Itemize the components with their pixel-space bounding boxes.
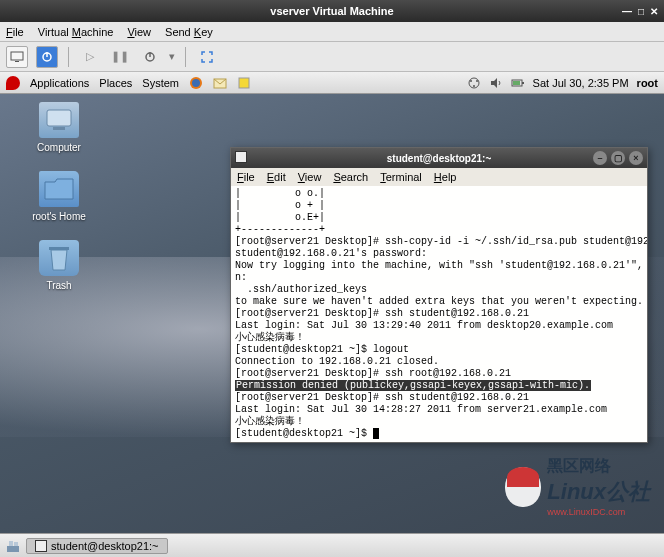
svg-rect-1 [15,61,19,62]
fullscreen-button[interactable] [196,46,218,68]
console-button[interactable] [6,46,28,68]
firefox-icon[interactable] [189,76,203,90]
close-icon[interactable]: ✕ [650,6,658,17]
expand-icon [200,50,214,64]
svg-rect-16 [513,81,520,85]
network-icon[interactable] [467,76,481,90]
term-menu-file[interactable]: File [237,171,255,183]
shutdown-button[interactable] [139,46,161,68]
minimize-icon[interactable]: – [593,151,607,165]
monitor-icon [10,51,24,63]
svg-rect-26 [36,541,46,551]
terminal-icon [35,540,47,552]
power-icon [41,51,53,63]
play-button[interactable]: ▷ [79,46,101,68]
icon-label: root's Home [32,211,86,222]
svg-point-7 [192,79,200,87]
watermark: 黑区网络 Linux公社 www.LinuxIDC.com [505,456,650,517]
vm-titlebar: vserver Virtual Machine — □ ✕ [0,0,664,22]
menu-send-key[interactable]: Send Key [165,26,213,38]
svg-rect-15 [522,82,524,84]
volume-icon[interactable] [489,76,503,90]
svg-rect-18 [53,127,65,130]
folder-glyph-icon [39,171,79,207]
power-button[interactable] [36,46,58,68]
minimize-icon[interactable]: — [622,6,632,17]
battery-icon[interactable] [511,76,525,90]
redhat-icon[interactable] [6,76,20,90]
taskbar-terminal[interactable]: student@desktop21:~ [26,538,168,554]
terminal-window[interactable]: student@desktop21:~ – ▢ × File Edit View… [230,147,648,443]
svg-point-12 [476,80,478,82]
vm-title: vserver Virtual Machine [270,5,393,17]
trash-glyph-icon [39,240,79,276]
icon-label: Computer [37,142,81,153]
svg-rect-0 [11,52,23,60]
term-menu-edit[interactable]: Edit [267,171,286,183]
gnome-panel-top: Applications Places System Sat Jul 30, 2… [0,72,664,94]
svg-rect-21 [236,152,246,162]
svg-rect-22 [7,546,19,552]
terminal-window-controls: – ▢ × [593,151,643,165]
maximize-icon[interactable]: ▢ [611,151,625,165]
computer-icon[interactable]: Computer [24,102,94,153]
svg-rect-24 [14,542,18,546]
power-icon [144,51,156,63]
vm-menubar: File Virtual Machine View Send Key [0,22,664,42]
taskbar-label: student@desktop21:~ [51,540,159,552]
guest-desktop: Applications Places System Sat Jul 30, 2… [0,72,664,557]
svg-rect-23 [9,541,13,546]
computer-glyph-icon [39,102,79,138]
terminal-menubar: File Edit View Search Terminal Help [231,168,647,186]
maximize-icon[interactable]: □ [638,6,644,17]
svg-point-13 [473,85,475,87]
user-menu[interactable]: root [637,77,658,89]
menu-places[interactable]: Places [99,77,132,89]
term-menu-terminal[interactable]: Terminal [380,171,422,183]
icon-label: Trash [46,280,71,291]
vm-window-controls: — □ ✕ [622,6,658,17]
menu-system[interactable]: System [142,77,179,89]
vm-toolbar: ▷ ❚❚ ▾ [0,42,664,72]
desktop-icons: Computer root's Home Trash [24,102,94,291]
svg-rect-19 [49,247,69,250]
terminal-output[interactable]: | o o.|| o + || o.E+|+-------------+[roo… [231,186,647,442]
menu-file[interactable]: File [6,26,24,38]
mail-icon[interactable] [213,76,227,90]
gnome-panel-bottom: student@desktop21:~ [0,533,664,557]
pause-button[interactable]: ❚❚ [109,46,131,68]
home-folder-icon[interactable]: root's Home [24,171,94,222]
terminal-title: student@desktop21:~ [387,153,492,164]
toolbar-separator [68,47,69,67]
show-desktop-icon[interactable] [6,539,20,553]
watermark-text: 黑区网络 Linux公社 www.LinuxIDC.com [547,456,650,517]
mushroom-icon [505,467,541,507]
panel-tray: Sat Jul 30, 2:35 PM root [467,76,658,90]
term-menu-help[interactable]: Help [434,171,457,183]
menu-view[interactable]: View [127,26,151,38]
svg-rect-17 [47,110,71,126]
menu-applications[interactable]: Applications [30,77,89,89]
close-icon[interactable]: × [629,151,643,165]
notes-icon[interactable] [237,76,251,90]
terminal-app-icon [235,151,247,165]
trash-icon[interactable]: Trash [24,240,94,291]
clock[interactable]: Sat Jul 30, 2:35 PM [533,77,629,89]
svg-rect-9 [239,78,249,88]
svg-point-11 [470,80,472,82]
dropdown-arrow-icon[interactable]: ▾ [169,50,175,63]
term-menu-view[interactable]: View [298,171,322,183]
menu-virtual-machine[interactable]: Virtual Machine [38,26,114,38]
toolbar-separator [185,47,186,67]
term-menu-search[interactable]: Search [333,171,368,183]
terminal-titlebar[interactable]: student@desktop21:~ – ▢ × [231,148,647,168]
